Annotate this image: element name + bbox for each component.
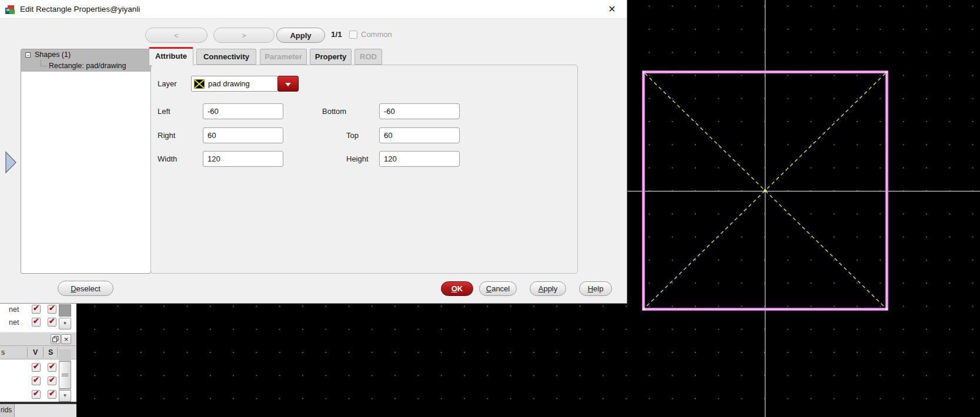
scrollbar-down-button[interactable]: ▼ bbox=[59, 318, 71, 329]
check-icon: ✔ bbox=[49, 375, 55, 384]
tab-property[interactable]: Property bbox=[310, 49, 352, 65]
tree-root-label: Shapes (1) bbox=[35, 49, 71, 60]
bottom-tabbar: rids bbox=[0, 404, 76, 417]
help-button[interactable]: Help bbox=[579, 281, 612, 296]
check-icon: ✔ bbox=[33, 375, 39, 384]
app-icon bbox=[5, 4, 15, 15]
check-icon: ✔ bbox=[49, 317, 55, 325]
layer-visible-checkbox[interactable]: ✔ bbox=[32, 363, 41, 372]
side-dock-panels: net ✔ ✔ net ✔ ✔ ▼ × s V S bbox=[0, 304, 76, 417]
chevron-down-icon: ▼ bbox=[63, 321, 68, 326]
layer-visible-checkbox[interactable]: ✔ bbox=[32, 376, 41, 385]
restore-icon bbox=[52, 336, 59, 342]
ok-button[interactable]: OK bbox=[441, 281, 473, 296]
grip-icon bbox=[62, 374, 68, 374]
tab-parameter: Parameter bbox=[260, 49, 307, 65]
check-icon: ✔ bbox=[33, 317, 39, 325]
scrollbar-down-button[interactable]: ▼ bbox=[59, 390, 71, 402]
tab-grids[interactable]: rids bbox=[0, 404, 15, 417]
apply-button[interactable]: Apply bbox=[530, 281, 566, 296]
layer-table-row[interactable]: ✔ ✔ bbox=[0, 389, 59, 401]
check-icon: ✔ bbox=[33, 304, 39, 312]
tab-rod: ROD bbox=[354, 49, 382, 65]
net-row-label: net bbox=[9, 305, 19, 314]
tree-row-rectangle[interactable]: Rectangle: pad/drawing bbox=[21, 60, 150, 72]
float-panel-button[interactable] bbox=[51, 334, 61, 344]
check-icon: ✔ bbox=[49, 362, 55, 371]
common-checkbox-label: Common bbox=[361, 30, 392, 39]
dock-collapse-arrow-icon[interactable] bbox=[4, 151, 18, 174]
tree-child-label: Rectangle: pad/drawing bbox=[49, 60, 126, 72]
layer-selectable-checkbox[interactable]: ✔ bbox=[48, 376, 56, 385]
check-icon: ✔ bbox=[49, 389, 55, 398]
header-separator bbox=[27, 347, 28, 358]
attribute-groupbox bbox=[150, 65, 578, 274]
dialog-titlebar[interactable]: Edit Rectangle Properties@yiyanli ✕ bbox=[0, 0, 627, 19]
layer-visible-checkbox[interactable]: ✔ bbox=[32, 390, 41, 399]
check-icon: ✔ bbox=[49, 304, 55, 312]
scrollbar-thumb[interactable] bbox=[59, 304, 71, 317]
object-tree: − Shapes (1) Rectangle: pad/drawing bbox=[21, 49, 151, 274]
tree-row-shapes[interactable]: − Shapes (1) bbox=[21, 49, 150, 60]
tab-grids-label: rids bbox=[1, 406, 12, 414]
header-partial-label: s bbox=[1, 348, 5, 357]
net-row-label: net bbox=[9, 318, 19, 327]
common-checkbox[interactable] bbox=[349, 31, 357, 39]
layer-table-row[interactable]: ✔ ✔ bbox=[0, 376, 59, 388]
net-list-row[interactable]: net ✔ ✔ bbox=[0, 317, 59, 329]
header-separator bbox=[57, 347, 58, 358]
close-icon[interactable]: ✕ bbox=[604, 2, 620, 16]
apply-top-button[interactable]: Apply bbox=[276, 28, 325, 43]
net-visible-checkbox[interactable]: ✔ bbox=[32, 305, 41, 314]
cancel-button[interactable]: Cancel bbox=[479, 281, 517, 296]
collapse-expander-icon[interactable]: − bbox=[25, 52, 31, 58]
header-separator bbox=[43, 347, 44, 358]
deselect-button[interactable]: Deselect bbox=[58, 281, 113, 296]
check-icon: ✔ bbox=[33, 389, 39, 398]
net-visible-checkbox[interactable]: ✔ bbox=[32, 318, 41, 327]
layer-selectable-checkbox[interactable]: ✔ bbox=[48, 363, 56, 372]
dialog-title: Edit Rectangle Properties@yiyanli bbox=[20, 5, 140, 14]
net-selectable-checkbox[interactable]: ✔ bbox=[48, 318, 56, 327]
net-selectable-checkbox[interactable]: ✔ bbox=[48, 305, 56, 314]
tab-connectivity[interactable]: Connectivity bbox=[196, 49, 256, 65]
net-list-row[interactable]: net ✔ ✔ bbox=[0, 304, 59, 316]
object-counter: 1/1 bbox=[331, 30, 342, 39]
check-icon: ✔ bbox=[33, 362, 39, 371]
header-col-v: V bbox=[33, 348, 38, 357]
close-panel-icon[interactable]: × bbox=[61, 334, 71, 344]
prev-object-button[interactable]: < bbox=[145, 28, 208, 43]
layer-selectable-checkbox[interactable]: ✔ bbox=[48, 390, 56, 399]
screen: Edit Rectangle Properties@yiyanli ✕ < > … bbox=[0, 0, 980, 417]
panel-titlebar[interactable]: × bbox=[0, 332, 76, 346]
scrollbar-thumb[interactable] bbox=[59, 361, 71, 389]
next-object-button[interactable]: > bbox=[213, 28, 275, 43]
tree-branch-line bbox=[41, 60, 47, 66]
edit-rectangle-properties-dialog: Edit Rectangle Properties@yiyanli ✕ < > … bbox=[0, 0, 627, 304]
chevron-down-icon: ▼ bbox=[63, 393, 68, 398]
header-col-s: S bbox=[48, 348, 53, 357]
tab-attribute[interactable]: Attribute bbox=[149, 47, 193, 65]
layer-table-row[interactable]: ✔ ✔ bbox=[0, 362, 59, 374]
